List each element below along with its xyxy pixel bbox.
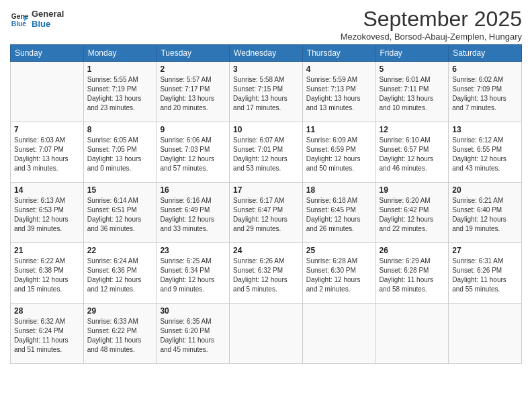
day-number: 22: [87, 246, 153, 255]
location-subtitle: Mezokovesd, Borsod-Abauj-Zemplen, Hungar…: [341, 32, 522, 42]
calendar-table: SundayMondayTuesdayWednesdayThursdayFrid…: [10, 44, 522, 364]
day-number: 21: [14, 246, 80, 255]
day-number: 12: [380, 125, 445, 134]
day-info: Sunrise: 5:55 AM Sunset: 7:19 PM Dayligh…: [87, 75, 153, 113]
day-info: Sunrise: 6:33 AM Sunset: 6:22 PM Dayligh…: [87, 317, 153, 355]
day-info: Sunrise: 6:03 AM Sunset: 7:07 PM Dayligh…: [14, 136, 80, 173]
calendar-cell: 23Sunrise: 6:25 AM Sunset: 6:34 PM Dayli…: [157, 243, 230, 304]
day-number: 3: [233, 64, 299, 74]
calendar-cell: 4Sunrise: 5:59 AM Sunset: 7:13 PM Daylig…: [302, 62, 375, 122]
day-info: Sunrise: 6:17 AM Sunset: 6:47 PM Dayligh…: [233, 196, 299, 234]
day-number: 5: [380, 64, 445, 74]
header: General Blue GeneralBlue September 2025 …: [10, 7, 522, 42]
day-info: Sunrise: 6:12 AM Sunset: 6:55 PM Dayligh…: [452, 136, 518, 173]
day-info: Sunrise: 6:01 AM Sunset: 7:11 PM Dayligh…: [380, 75, 445, 113]
day-number: 4: [306, 64, 372, 74]
calendar-week-3: 14Sunrise: 6:13 AM Sunset: 6:53 PM Dayli…: [11, 183, 522, 243]
calendar-cell: 27Sunrise: 6:31 AM Sunset: 6:26 PM Dayli…: [449, 243, 522, 304]
day-number: 11: [306, 125, 372, 134]
calendar-cell: [11, 62, 84, 122]
calendar-week-1: 1Sunrise: 5:55 AM Sunset: 7:19 PM Daylig…: [11, 62, 522, 122]
calendar-cell: 8Sunrise: 6:05 AM Sunset: 7:05 PM Daylig…: [83, 122, 157, 183]
day-number: 15: [87, 185, 153, 195]
day-info: Sunrise: 6:18 AM Sunset: 6:45 PM Dayligh…: [306, 196, 372, 234]
header-saturday: Saturday: [449, 45, 522, 62]
calendar-cell: 20Sunrise: 6:21 AM Sunset: 6:40 PM Dayli…: [449, 183, 522, 243]
day-number: 28: [14, 306, 80, 316]
day-info: Sunrise: 6:02 AM Sunset: 7:09 PM Dayligh…: [452, 75, 518, 113]
month-title: September 2025: [341, 7, 522, 32]
calendar-cell: 21Sunrise: 6:22 AM Sunset: 6:38 PM Dayli…: [11, 243, 84, 304]
calendar-cell: 13Sunrise: 6:12 AM Sunset: 6:55 PM Dayli…: [449, 122, 522, 183]
calendar-cell: 15Sunrise: 6:14 AM Sunset: 6:51 PM Dayli…: [83, 183, 157, 243]
calendar-week-2: 7Sunrise: 6:03 AM Sunset: 7:07 PM Daylig…: [11, 122, 522, 183]
day-info: Sunrise: 6:26 AM Sunset: 6:32 PM Dayligh…: [233, 257, 299, 294]
logo-icon: General Blue: [10, 10, 29, 29]
header-thursday: Thursday: [302, 45, 375, 62]
day-number: 24: [233, 246, 299, 255]
calendar-week-5: 28Sunrise: 6:32 AM Sunset: 6:24 PM Dayli…: [11, 304, 522, 364]
calendar-cell: 1Sunrise: 5:55 AM Sunset: 7:19 PM Daylig…: [83, 62, 157, 122]
day-info: Sunrise: 6:22 AM Sunset: 6:38 PM Dayligh…: [14, 257, 80, 294]
calendar-cell: 10Sunrise: 6:07 AM Sunset: 7:01 PM Dayli…: [230, 122, 303, 183]
calendar-cell: 22Sunrise: 6:24 AM Sunset: 6:36 PM Dayli…: [83, 243, 157, 304]
day-info: Sunrise: 5:59 AM Sunset: 7:13 PM Dayligh…: [306, 75, 372, 113]
calendar-cell: 14Sunrise: 6:13 AM Sunset: 6:53 PM Dayli…: [11, 183, 84, 243]
day-info: Sunrise: 6:25 AM Sunset: 6:34 PM Dayligh…: [160, 257, 226, 294]
day-number: 8: [87, 125, 153, 134]
day-info: Sunrise: 6:16 AM Sunset: 6:49 PM Dayligh…: [160, 196, 226, 234]
day-number: 2: [160, 64, 226, 74]
day-info: Sunrise: 6:32 AM Sunset: 6:24 PM Dayligh…: [14, 317, 80, 355]
calendar-cell: 16Sunrise: 6:16 AM Sunset: 6:49 PM Dayli…: [157, 183, 230, 243]
calendar-cell: 18Sunrise: 6:18 AM Sunset: 6:45 PM Dayli…: [302, 183, 375, 243]
calendar-cell: 11Sunrise: 6:09 AM Sunset: 6:59 PM Dayli…: [302, 122, 375, 183]
day-number: 13: [452, 125, 518, 134]
calendar-cell: 17Sunrise: 6:17 AM Sunset: 6:47 PM Dayli…: [230, 183, 303, 243]
day-number: 14: [14, 185, 80, 195]
calendar-cell: [375, 304, 449, 364]
calendar-cell: [302, 304, 375, 364]
day-info: Sunrise: 6:24 AM Sunset: 6:36 PM Dayligh…: [87, 257, 153, 294]
day-number: 7: [14, 125, 80, 134]
calendar-cell: 12Sunrise: 6:10 AM Sunset: 6:57 PM Dayli…: [375, 122, 449, 183]
day-info: Sunrise: 6:21 AM Sunset: 6:40 PM Dayligh…: [452, 196, 518, 234]
svg-text:Blue: Blue: [11, 20, 27, 28]
day-number: 17: [233, 185, 299, 195]
header-monday: Monday: [83, 45, 157, 62]
calendar-cell: 30Sunrise: 6:35 AM Sunset: 6:20 PM Dayli…: [157, 304, 230, 364]
day-number: 27: [452, 246, 518, 255]
calendar-cell: 25Sunrise: 6:28 AM Sunset: 6:30 PM Dayli…: [302, 243, 375, 304]
header-friday: Friday: [375, 45, 449, 62]
calendar-header-row: SundayMondayTuesdayWednesdayThursdayFrid…: [11, 45, 522, 62]
day-info: Sunrise: 6:13 AM Sunset: 6:53 PM Dayligh…: [14, 196, 80, 234]
day-number: 23: [160, 246, 226, 255]
day-info: Sunrise: 6:07 AM Sunset: 7:01 PM Dayligh…: [233, 136, 299, 173]
logo: General Blue GeneralBlue: [10, 9, 64, 30]
day-info: Sunrise: 6:29 AM Sunset: 6:28 PM Dayligh…: [380, 257, 445, 294]
calendar-cell: 7Sunrise: 6:03 AM Sunset: 7:07 PM Daylig…: [11, 122, 84, 183]
day-number: 6: [452, 64, 518, 74]
day-info: Sunrise: 6:09 AM Sunset: 6:59 PM Dayligh…: [306, 136, 372, 173]
day-info: Sunrise: 6:35 AM Sunset: 6:20 PM Dayligh…: [160, 317, 226, 355]
day-number: 20: [452, 185, 518, 195]
day-number: 1: [87, 64, 153, 74]
calendar-cell: 9Sunrise: 6:06 AM Sunset: 7:03 PM Daylig…: [157, 122, 230, 183]
calendar-cell: 26Sunrise: 6:29 AM Sunset: 6:28 PM Dayli…: [375, 243, 449, 304]
day-info: Sunrise: 6:31 AM Sunset: 6:26 PM Dayligh…: [452, 257, 518, 294]
calendar-cell: 6Sunrise: 6:02 AM Sunset: 7:09 PM Daylig…: [449, 62, 522, 122]
day-info: Sunrise: 6:05 AM Sunset: 7:05 PM Dayligh…: [87, 136, 153, 173]
logo-text: GeneralBlue: [32, 9, 64, 30]
day-number: 19: [380, 185, 445, 195]
day-number: 30: [160, 306, 226, 316]
calendar-cell: 28Sunrise: 6:32 AM Sunset: 6:24 PM Dayli…: [11, 304, 84, 364]
calendar-cell: 29Sunrise: 6:33 AM Sunset: 6:22 PM Dayli…: [83, 304, 157, 364]
day-info: Sunrise: 6:06 AM Sunset: 7:03 PM Dayligh…: [160, 136, 226, 173]
day-number: 25: [306, 246, 372, 255]
day-number: 18: [306, 185, 372, 195]
calendar-cell: 3Sunrise: 5:58 AM Sunset: 7:15 PM Daylig…: [230, 62, 303, 122]
calendar-cell: 19Sunrise: 6:20 AM Sunset: 6:42 PM Dayli…: [375, 183, 449, 243]
header-wednesday: Wednesday: [230, 45, 303, 62]
calendar-cell: [230, 304, 303, 364]
day-info: Sunrise: 6:28 AM Sunset: 6:30 PM Dayligh…: [306, 257, 372, 294]
calendar-cell: 24Sunrise: 6:26 AM Sunset: 6:32 PM Dayli…: [230, 243, 303, 304]
